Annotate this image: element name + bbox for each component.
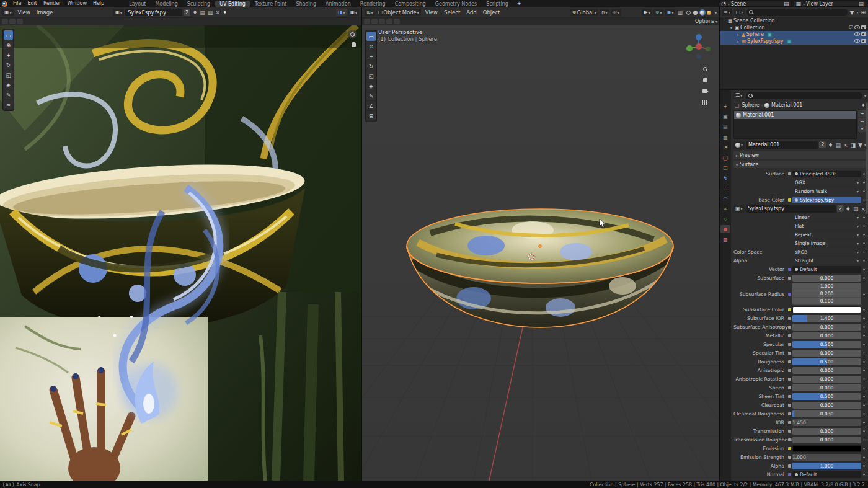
- decorator-icon[interactable]: [861, 430, 866, 432]
- add-workspace-button[interactable]: +: [514, 0, 525, 7]
- pan-hand-icon[interactable]: [701, 76, 709, 84]
- decorator-icon[interactable]: [861, 251, 866, 253]
- viewport-menu-add[interactable]: Add: [463, 9, 479, 16]
- material-users-count[interactable]: 2: [819, 141, 826, 148]
- decorator-icon[interactable]: [861, 335, 866, 337]
- menu-help[interactable]: Help: [90, 0, 107, 7]
- workspace-tab-rendering[interactable]: Rendering: [356, 1, 390, 7]
- editor-type-button[interactable]: ☰▾: [733, 92, 744, 99]
- decorator-icon[interactable]: [861, 456, 866, 458]
- scene-properties-tab[interactable]: ◔: [720, 143, 730, 151]
- viewport-menu-object[interactable]: Object: [480, 9, 503, 16]
- decorator-icon[interactable]: [861, 216, 866, 218]
- checkbox-icon[interactable]: ☑: [849, 25, 853, 30]
- material-properties-tab[interactable]: ●: [720, 225, 730, 233]
- menu-file[interactable]: File: [10, 0, 24, 7]
- filter-icon[interactable]: ▼: [849, 9, 855, 16]
- prop-clearcoat-field[interactable]: 0.000: [792, 402, 861, 409]
- workspace-tab-uv-editing[interactable]: UV Editing: [215, 1, 250, 7]
- decorator-icon[interactable]: [861, 225, 866, 227]
- select-intersect-icon[interactable]: [394, 19, 400, 24]
- camera-icon[interactable]: [861, 25, 866, 30]
- physics-properties-tab[interactable]: ◠: [720, 195, 730, 203]
- select-subtract-icon[interactable]: [379, 19, 385, 24]
- texture-properties-tab[interactable]: ▩: [720, 236, 730, 244]
- add-slot-button[interactable]: +: [858, 110, 866, 117]
- workspace-tab-compositing[interactable]: Compositing: [391, 1, 430, 7]
- camera-view-icon[interactable]: [701, 87, 709, 95]
- data-properties-tab[interactable]: ▽: [720, 215, 730, 223]
- fake-user-icon[interactable]: ♦: [192, 9, 198, 16]
- material-slot-list[interactable]: Material.001: [733, 110, 857, 139]
- shading-dropdown[interactable]: ▾: [715, 11, 717, 15]
- decorator-icon[interactable]: [861, 326, 866, 328]
- wireframe-shading-button[interactable]: [686, 9, 692, 16]
- select-invert-icon[interactable]: [386, 19, 392, 24]
- material-preview-shading-button[interactable]: [699, 9, 706, 16]
- solid-shading-button[interactable]: [693, 9, 699, 16]
- decorator-icon[interactable]: [861, 361, 866, 363]
- image-users-count[interactable]: 2: [837, 205, 844, 212]
- workspace-tab-sculpting[interactable]: Sculpting: [183, 1, 215, 7]
- select-extend-icon[interactable]: [9, 19, 16, 24]
- unlink-image-icon[interactable]: ×: [860, 206, 866, 212]
- decorator-icon[interactable]: [861, 474, 866, 476]
- options-dropdown[interactable]: Options▾: [695, 19, 717, 24]
- new-material-icon[interactable]: ▤: [835, 142, 841, 148]
- decorator-icon[interactable]: [861, 260, 866, 262]
- tool-properties-tab[interactable]: +: [720, 102, 730, 110]
- uv-menu-image[interactable]: Image: [33, 9, 56, 16]
- viewport-menu-select[interactable]: Select: [441, 9, 463, 16]
- workspace-tab-layout[interactable]: Layout: [125, 1, 150, 7]
- decorator-icon[interactable]: [861, 422, 866, 424]
- select-visibility-dropdown[interactable]: ▶▾: [642, 9, 652, 16]
- workspace-tab-animation[interactable]: Animation: [321, 1, 355, 7]
- select-box-tool[interactable]: ▭: [366, 32, 376, 41]
- rotate-tool[interactable]: ↻: [366, 61, 376, 71]
- fake-user-icon[interactable]: ♦: [827, 142, 833, 148]
- select-new-icon[interactable]: [2, 19, 8, 24]
- new-image-icon[interactable]: ▤: [199, 9, 206, 16]
- snapping-dropdown[interactable]: ∩▾: [600, 9, 609, 16]
- material-name-field[interactable]: Material.001: [746, 141, 818, 149]
- pack-image-icon[interactable]: ▥: [207, 9, 214, 16]
- decorator-icon[interactable]: [861, 465, 866, 467]
- prop-random-walk-dropdown[interactable]: Random Walk▾: [792, 188, 861, 195]
- prop-transmission-field[interactable]: 0.000: [792, 428, 861, 435]
- outliner-row-sphere[interactable]: ▸▲Sphere▣: [720, 31, 868, 38]
- new-image-icon[interactable]: ▤: [852, 206, 859, 212]
- prop-ior-field[interactable]: 1.450: [792, 419, 861, 426]
- multi-value[interactable]: 0.200: [792, 290, 861, 298]
- decorator-icon[interactable]: [861, 352, 866, 354]
- transform-orientation-dropdown[interactable]: ⊕Global▾: [570, 9, 598, 16]
- material-slot-row[interactable]: Material.001: [734, 111, 856, 119]
- rotate-tool[interactable]: ↻: [4, 60, 13, 69]
- outliner-row-sylexfspy-fspy[interactable]: ▸▦SylexFspy.fspy▣: [720, 38, 868, 45]
- prop-subsurface-ior-field[interactable]: 1.400: [792, 315, 861, 322]
- menu-window[interactable]: Window: [64, 0, 90, 7]
- move-tool[interactable]: +: [366, 51, 376, 61]
- zoom-nav-icon[interactable]: [701, 64, 709, 73]
- eye-icon[interactable]: [854, 38, 860, 44]
- transform-tool[interactable]: ◈: [366, 81, 376, 91]
- prop-repeat-dropdown[interactable]: Repeat▾: [792, 231, 861, 238]
- prop-ggx-dropdown[interactable]: GGX▾: [792, 179, 861, 186]
- prop-surface-node[interactable]: Principled BSDF: [792, 171, 861, 177]
- decorator-icon[interactable]: [861, 404, 866, 406]
- render-properties-tab[interactable]: ▣: [720, 113, 730, 121]
- prop-flat-dropdown[interactable]: Flat▾: [792, 223, 861, 229]
- modifiers-properties-tab[interactable]: ↯: [720, 174, 730, 182]
- workspace-tab-shading[interactable]: Shading: [291, 1, 321, 7]
- browse-material-button[interactable]: ▾: [733, 141, 745, 149]
- prop-subsurface-radius-fields[interactable]: 1.0000.2000.100: [792, 283, 861, 305]
- prop-sheen-tint-field[interactable]: 0.500: [792, 393, 861, 400]
- image-display-dropdown[interactable]: ▣▾: [348, 9, 359, 16]
- grab-tool[interactable]: ≈: [4, 100, 13, 109]
- remove-slot-button[interactable]: −: [858, 118, 866, 125]
- surface-panel-header[interactable]: ▾ Surface: [733, 161, 866, 168]
- navigation-gizmo[interactable]: [684, 32, 713, 61]
- prop-subsurface-color-swatch[interactable]: [792, 306, 861, 313]
- cursor-tool[interactable]: ⊕: [4, 40, 13, 50]
- scale-tool[interactable]: ◱: [4, 70, 13, 79]
- outliner-row-scene-collection[interactable]: ▦Scene Collection: [720, 17, 868, 24]
